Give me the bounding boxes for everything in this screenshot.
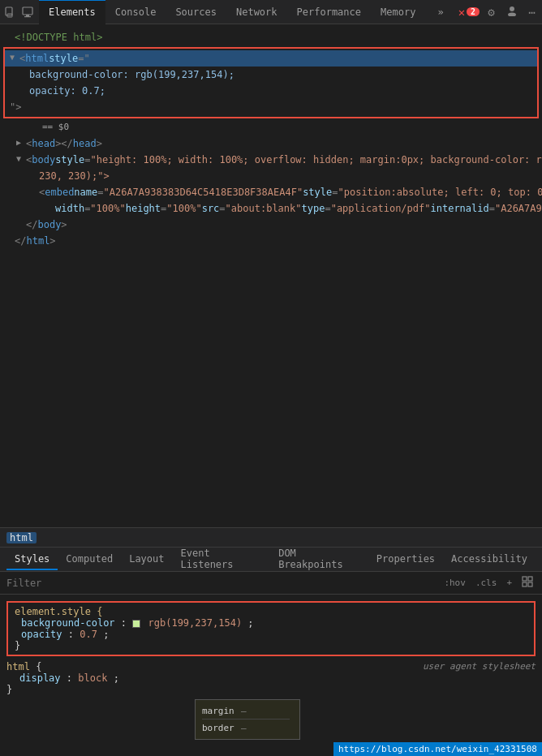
tab-more[interactable]: » xyxy=(428,0,453,24)
hov-button[interactable]: :hov xyxy=(441,577,468,589)
svg-point-6 xyxy=(508,13,516,17)
opacity-name[interactable]: opacity xyxy=(21,629,62,640)
error-badge[interactable]: ✕ 2 xyxy=(458,6,480,19)
embed-line1[interactable]: <embed name="A26A7A938383D64C5418E3D8F38… xyxy=(0,184,542,200)
element-style-close: } xyxy=(15,640,527,651)
color-swatch[interactable] xyxy=(132,620,140,628)
bg-color-value[interactable]: rgb(199,237,154) xyxy=(148,617,243,629)
html-rule-close: } xyxy=(6,684,536,695)
svg-rect-7 xyxy=(523,577,527,581)
cursor-icon[interactable] xyxy=(3,6,16,19)
doctype-line[interactable]: <!DOCTYPE html> xyxy=(0,29,542,45)
html-open-line[interactable]: <html style=" xyxy=(5,50,537,67)
error-count: 2 xyxy=(467,7,480,16)
cls-button[interactable]: .cls xyxy=(473,577,500,589)
html-selector: html xyxy=(6,661,36,672)
inspect-icon[interactable] xyxy=(21,6,34,19)
html-style-opacity-line[interactable]: opacity: 0.7; xyxy=(5,83,537,99)
tab-performance[interactable]: Performance xyxy=(287,0,371,24)
margin-value: – xyxy=(241,706,247,716)
plus-button[interactable]: + xyxy=(504,577,514,589)
opacity-value[interactable]: 0.7 xyxy=(80,629,97,640)
body-open-line[interactable]: <body style="height: 100%; width: 100%; … xyxy=(0,152,542,168)
element-style-props: background-color : rgb(199,237,154) ; op… xyxy=(15,617,527,640)
user-agent-label: user agent stylesheet xyxy=(423,661,536,672)
tab-bar: Elements Console Sources Network Perform… xyxy=(0,0,542,24)
triangle-head xyxy=(16,136,24,148)
watermark: https://blog.csdn.net/weixin_42331508 xyxy=(333,742,542,756)
svg-rect-4 xyxy=(24,16,31,17)
element-style-rule-block: element.style { background-color : rgb(1… xyxy=(6,601,536,656)
tab-properties[interactable]: Properties xyxy=(368,549,443,570)
box-model-margin-row: margin – xyxy=(202,703,290,719)
display-value[interactable]: block xyxy=(78,672,107,684)
tab-elements[interactable]: Elements xyxy=(39,0,105,24)
opacity-prop: opacity : 0.7 ; xyxy=(21,629,527,640)
element-style-rule: element.style { xyxy=(15,606,527,617)
tab-console[interactable]: Console xyxy=(105,0,166,24)
html-close-line[interactable]: </html> xyxy=(0,233,542,249)
tab-sources[interactable]: Sources xyxy=(166,0,226,24)
filter-buttons: :hov .cls + xyxy=(441,575,536,591)
html-rule: html { user agent stylesheet display : b… xyxy=(0,659,542,697)
box-model-tooltip: margin – border – xyxy=(195,699,300,740)
dom-tree: <!DOCTYPE html> <html style=" background… xyxy=(0,28,542,251)
tab-network[interactable]: Network xyxy=(226,0,287,24)
settings-button[interactable]: ⚙ xyxy=(484,4,497,20)
highlighted-html-block: <html style=" background-color: rgb(199,… xyxy=(3,47,539,118)
rule-selector-element: element.style { xyxy=(15,606,102,617)
html-rule-props: display : block ; xyxy=(6,672,536,684)
display-name[interactable]: display xyxy=(19,672,61,684)
tab-computed[interactable]: Computed xyxy=(58,549,121,570)
margin-label: margin xyxy=(202,706,234,716)
tab-accessibility[interactable]: Accessibility xyxy=(443,549,536,570)
border-label: border xyxy=(202,723,234,733)
svg-point-5 xyxy=(510,6,514,11)
grid-button[interactable] xyxy=(519,575,536,591)
tab-layout[interactable]: Layout xyxy=(121,549,172,570)
tab-dom-breakpoints[interactable]: DOM Breakpoints xyxy=(270,543,368,576)
box-model-border-row: border – xyxy=(202,719,290,736)
sub-tabs: Styles Computed Layout Event Listeners D… xyxy=(0,548,542,572)
elements-panel: <!DOCTYPE html> <html style=" background… xyxy=(0,24,542,527)
svg-rect-10 xyxy=(528,582,532,586)
tab-bar-right: » ✕ 2 ⚙ ⋯ xyxy=(428,0,539,24)
triangle-html xyxy=(10,51,18,63)
head-line[interactable]: <head></head> xyxy=(0,135,542,152)
more-button[interactable]: ⋯ xyxy=(526,4,539,20)
bg-color-name[interactable]: background-color xyxy=(21,617,115,629)
border-value: – xyxy=(241,723,247,733)
body-style-cont-line: 230, 230);"> xyxy=(0,168,542,184)
html-style-bg-line[interactable]: background-color: rgb(199,237,154); xyxy=(5,67,537,83)
tab-styles[interactable]: Styles xyxy=(6,549,58,570)
svg-rect-2 xyxy=(23,7,32,15)
user-button[interactable] xyxy=(503,3,521,20)
svg-rect-9 xyxy=(523,582,527,586)
eq-marker-line: == $0 xyxy=(0,120,542,135)
body-close-line[interactable]: </body> xyxy=(0,217,542,233)
tab-event-listeners[interactable]: Event Listeners xyxy=(173,543,271,576)
embed-line2: width="100%" height="100%" src="about:bl… xyxy=(0,200,542,217)
svg-rect-8 xyxy=(528,577,532,581)
tab-bar-icons xyxy=(3,6,34,19)
html-rule-selector-line: html { user agent stylesheet xyxy=(6,661,536,672)
bg-color-prop: background-color : rgb(199,237,154) ; xyxy=(21,617,527,629)
filter-input[interactable] xyxy=(6,578,435,589)
breadcrumb-html[interactable]: html xyxy=(6,532,37,543)
triangle-body xyxy=(16,152,24,165)
tab-memory[interactable]: Memory xyxy=(371,0,425,24)
html-attr-close-line[interactable]: "> xyxy=(5,99,537,115)
